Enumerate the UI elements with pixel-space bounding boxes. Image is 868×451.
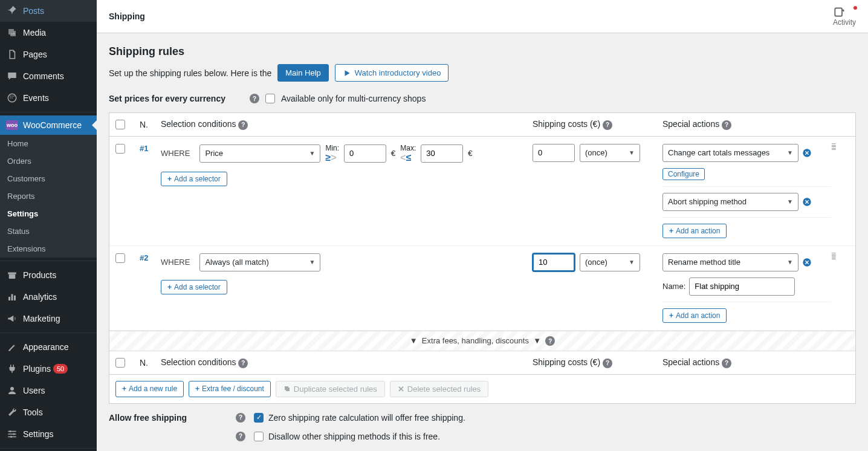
intro-text: Set up the shipping rules below. Here is…	[109, 68, 271, 78]
sub-customers[interactable]: Customers	[0, 170, 97, 187]
action-select[interactable]: Abort shipping method▼	[662, 193, 798, 211]
rule-checkbox[interactable]	[115, 144, 125, 154]
cost-input[interactable]	[533, 253, 575, 271]
frequency-select[interactable]: (once)▼	[580, 253, 640, 271]
multi-currency-label: Available only for multi-currency shops	[281, 94, 426, 103]
help-icon[interactable]: ?	[722, 120, 731, 130]
main-help-button[interactable]: Main Help	[277, 64, 329, 82]
svg-rect-12	[8, 431, 16, 432]
drag-handle[interactable]: ≡≡	[831, 253, 849, 259]
max-label: Max:	[400, 144, 416, 152]
where-label: WHERE	[161, 149, 190, 158]
sub-status[interactable]: Status	[0, 222, 97, 240]
cost-input[interactable]	[533, 144, 575, 162]
condition-selector[interactable]: Always (all match)▼	[199, 253, 320, 271]
add-selector-button[interactable]: + Add a selector	[161, 280, 227, 294]
select-all-checkbox[interactable]	[115, 120, 125, 129]
svg-point-15	[10, 430, 11, 432]
currency: €	[468, 149, 472, 158]
name-input[interactable]	[689, 277, 795, 296]
header-shipping: Shipping costs (€) ?	[533, 357, 662, 368]
svg-rect-8	[8, 297, 10, 300]
label: Settings	[23, 429, 54, 439]
remove-action-icon[interactable]	[802, 148, 812, 158]
analytics-icon	[6, 291, 18, 303]
lte-toggle[interactable]: <≤	[400, 152, 411, 163]
sidebar-item-analytics[interactable]: Analytics	[0, 286, 97, 308]
sidebar-item-users[interactable]: Users	[0, 380, 97, 401]
sidebar-item-pages[interactable]: Pages	[0, 44, 97, 65]
help-icon[interactable]: ?	[238, 120, 248, 130]
sub-reports[interactable]: Reports	[0, 187, 97, 205]
activity-button[interactable]: Activity	[833, 6, 856, 27]
min-input[interactable]	[344, 144, 386, 163]
drag-handle[interactable]: ≡≡	[831, 144, 849, 150]
set-prices-label: Set prices for every currency	[109, 94, 225, 103]
zero-rate-label: Zero shipping rate calculation will offe…	[268, 413, 465, 423]
main-content: Shipping Activity Shipping rules Set up …	[97, 0, 868, 451]
help-icon[interactable]: ?	[722, 359, 731, 368]
multi-currency-checkbox[interactable]	[265, 94, 275, 103]
sidebar-item-appearance[interactable]: Appearance	[0, 336, 97, 358]
action-select[interactable]: Rename method title▼	[662, 253, 798, 271]
svg-rect-3	[13, 96, 15, 97]
duplicate-button[interactable]: Duplicate selected rules	[276, 381, 385, 397]
sidebar-item-products[interactable]: Products	[0, 264, 97, 286]
action-select[interactable]: Change cart totals messages▼	[662, 144, 798, 162]
label: Pages	[23, 50, 47, 59]
activity-icon	[833, 6, 856, 18]
sub-settings[interactable]: Settings	[0, 205, 97, 222]
help-icon[interactable]: ?	[603, 120, 612, 130]
help-icon[interactable]: ?	[250, 94, 259, 103]
extra-fees-bar[interactable]: ▼ Extra fees, handling, discounts ▼ ?	[109, 331, 855, 352]
remove-action-icon[interactable]	[802, 258, 812, 267]
sidebar-item-posts[interactable]: Posts	[0, 0, 97, 22]
name-label: Name:	[662, 282, 685, 291]
select-all-checkbox[interactable]	[115, 358, 125, 368]
zero-rate-checkbox[interactable]: ✓	[254, 413, 264, 423]
sub-extensions[interactable]: Extensions	[0, 240, 97, 258]
sub-orders[interactable]: Orders	[0, 152, 97, 170]
help-icon[interactable]: ?	[603, 359, 612, 368]
label: Media	[23, 28, 46, 37]
sidebar-item-tools[interactable]: Tools	[0, 401, 97, 423]
configure-link[interactable]: Configure	[662, 168, 705, 180]
max-input[interactable]	[421, 144, 463, 163]
pin-icon	[6, 5, 18, 17]
sidebar-item-settings[interactable]: Settings	[0, 423, 97, 445]
sidebar-item-woocommerce[interactable]: woo WooCommerce	[0, 115, 97, 135]
svg-rect-7	[9, 274, 16, 279]
rule-checkbox[interactable]	[115, 253, 125, 263]
sidebar-item-events[interactable]: Events	[0, 87, 97, 109]
page-title: Shipping	[109, 11, 145, 21]
sub-home[interactable]: Home	[0, 135, 97, 152]
add-selector-button[interactable]: + Add a selector	[161, 172, 227, 186]
sidebar-item-marketing[interactable]: Marketing	[0, 308, 97, 329]
label: Posts	[23, 6, 44, 16]
svg-rect-2	[11, 96, 13, 97]
help-icon[interactable]: ?	[545, 336, 555, 346]
watch-video-button[interactable]: Watch introductory video	[335, 64, 449, 82]
delete-button[interactable]: ✕ Delete selected rules	[390, 381, 488, 397]
wrench-icon	[6, 406, 18, 418]
disallow-checkbox[interactable]	[254, 432, 264, 441]
extra-fee-button[interactable]: + Extra fee / discount	[189, 381, 271, 397]
remove-action-icon[interactable]	[802, 197, 812, 207]
help-icon[interactable]: ?	[236, 413, 245, 423]
add-action-button[interactable]: + Add an action	[662, 224, 727, 238]
svg-rect-5	[11, 97, 13, 99]
settings-icon	[6, 428, 18, 440]
label: Users	[23, 386, 45, 395]
sidebar-item-comments[interactable]: Comments	[0, 65, 97, 87]
help-icon[interactable]: ?	[236, 432, 245, 441]
sidebar-item-plugins[interactable]: Plugins 50	[0, 358, 97, 380]
add-action-button[interactable]: + Add an action	[662, 308, 727, 323]
gte-toggle[interactable]: ≥>	[325, 152, 336, 163]
sidebar-item-media[interactable]: Media	[0, 22, 97, 44]
help-icon[interactable]: ?	[238, 359, 248, 368]
frequency-select[interactable]: (once)▼	[580, 144, 640, 162]
topbar: Shipping Activity	[97, 0, 868, 33]
add-rule-button[interactable]: + Add a new rule	[115, 381, 184, 397]
rule-row-2: #2 WHERE Always (all match)▼ + Add a sel…	[109, 246, 855, 331]
condition-selector[interactable]: Price▼	[199, 144, 320, 163]
